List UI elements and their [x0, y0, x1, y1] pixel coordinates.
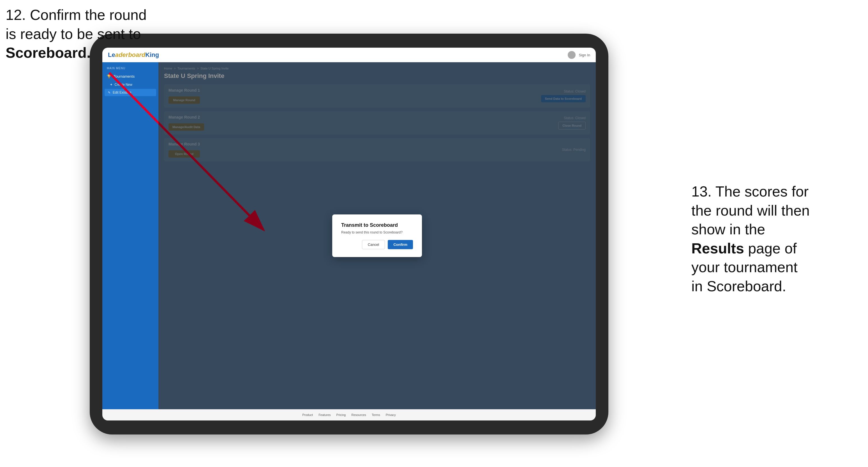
annotation-top-left: 12. Confirm the round is ready to be sen… [6, 6, 147, 63]
modal-buttons: Cancel Confirm [341, 240, 413, 249]
avatar [568, 51, 576, 59]
annotation-line2: is ready to be sent to [6, 26, 141, 42]
annotation-right-line5: your tournament [691, 259, 798, 275]
top-nav: LeaderboardKing Sign In [102, 48, 596, 62]
footer-resources[interactable]: Resources [351, 413, 366, 416]
main-menu-label: MAIN MENU [102, 67, 158, 72]
sidebar-item-edit-existing[interactable]: Edit Existing [104, 89, 156, 96]
annotation-line3: Scoreboard. [6, 44, 91, 61]
tablet-screen: LeaderboardKing Sign In MAIN MENU Tourna… [102, 48, 596, 421]
annotation-right-line2: the round will then [691, 203, 810, 219]
plus-icon [110, 83, 113, 87]
annotation-right-bold: Results [691, 240, 744, 256]
transmit-modal: Transmit to Scoreboard Ready to send thi… [332, 214, 422, 257]
footer-terms[interactable]: Terms [372, 413, 380, 416]
sidebar-item-tournaments[interactable]: Tournaments [102, 72, 158, 81]
modal-title: Transmit to Scoreboard [341, 222, 413, 228]
annotation-line1: 12. Confirm the round [6, 7, 147, 23]
annotation-right-line1: 13. The scores for [691, 183, 809, 199]
annotation-right-line3: show in the [691, 221, 765, 238]
footer-features[interactable]: Features [318, 413, 331, 416]
footer-pricing[interactable]: Pricing [336, 413, 346, 416]
footer-privacy[interactable]: Privacy [386, 413, 396, 416]
cancel-button[interactable]: Cancel [362, 240, 385, 249]
sidebar-item-create-new[interactable]: Create New [102, 81, 158, 88]
content-area: Home > Tournaments > State U Spring Invi… [158, 62, 596, 409]
modal-overlay: Transmit to Scoreboard Ready to send thi… [158, 62, 596, 409]
main-area: MAIN MENU Tournaments Create New Edit Ex… [102, 62, 596, 409]
annotation-right-line6: in Scoreboard. [691, 278, 786, 294]
footer: Product Features Pricing Resources Terms… [102, 409, 596, 421]
edit-icon [108, 91, 111, 94]
trophy-icon [107, 74, 111, 79]
tournaments-label: Tournaments [114, 74, 134, 79]
confirm-button[interactable]: Confirm [388, 240, 413, 249]
tablet-frame: LeaderboardKing Sign In MAIN MENU Tourna… [90, 34, 609, 434]
annotation-right-rest: page of [744, 240, 797, 256]
sign-in-link[interactable]: Sign In [579, 53, 590, 57]
sidebar: MAIN MENU Tournaments Create New Edit Ex… [102, 62, 158, 409]
create-new-label: Create New [115, 83, 132, 87]
annotation-right: 13. The scores for the round will then s… [691, 182, 860, 296]
modal-subtitle: Ready to send this round to Scoreboard? [341, 230, 413, 234]
footer-product[interactable]: Product [302, 413, 313, 416]
nav-right: Sign In [568, 51, 590, 59]
edit-existing-label: Edit Existing [113, 91, 131, 94]
